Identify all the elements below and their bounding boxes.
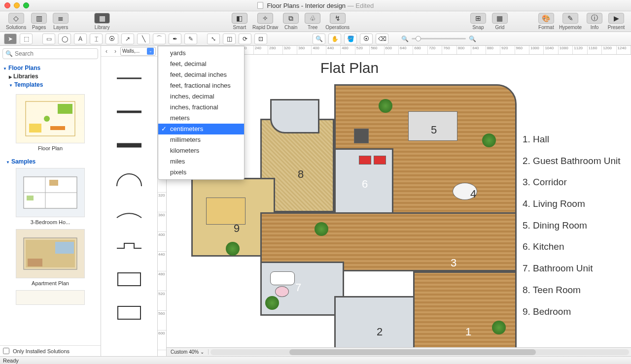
brush-tool[interactable]: ✎ bbox=[184, 33, 197, 44]
stencil-back-icon[interactable]: ‹ bbox=[103, 47, 110, 55]
units-option[interactable]: yards bbox=[158, 48, 244, 59]
shape-tool[interactable]: ◫ bbox=[223, 33, 236, 44]
search-input[interactable] bbox=[2, 48, 98, 59]
rotate-tool[interactable]: ⟳ bbox=[239, 33, 251, 44]
arc-tool[interactable]: ⌒ bbox=[153, 33, 166, 44]
status-bar: Ready bbox=[0, 356, 631, 364]
present-button[interactable]: ▶Present bbox=[605, 13, 627, 30]
eyedrop-tool[interactable]: ⦿ bbox=[360, 33, 373, 44]
info-button[interactable]: ⓘInfo bbox=[584, 13, 605, 30]
template-floorplan[interactable]: Floor Plan bbox=[3, 94, 98, 151]
line-tool[interactable]: ╲ bbox=[137, 33, 150, 44]
zoom-out-icon[interactable]: 🔍 bbox=[401, 35, 409, 42]
zoom-tool[interactable]: 🔍 bbox=[313, 33, 325, 44]
main-toolbar: ◇Solutions ▥Pages ≣Layers ▦Library ◧Smar… bbox=[0, 11, 631, 32]
search-icon: 🔍 bbox=[5, 50, 13, 57]
units-option[interactable]: centimeters bbox=[158, 124, 244, 134]
sample-apartment[interactable]: Apartment Plan bbox=[3, 229, 98, 286]
units-option[interactable]: meters bbox=[158, 113, 244, 124]
h-scrollbar[interactable] bbox=[210, 349, 629, 355]
doc-name: Floor Plans - Interior design bbox=[267, 2, 346, 9]
snap-button[interactable]: ⊞Snap bbox=[467, 13, 489, 30]
units-option[interactable]: millimeters bbox=[158, 134, 244, 145]
units-option[interactable]: feet, fractional inches bbox=[158, 80, 244, 91]
shape-arc-flat[interactable] bbox=[101, 196, 157, 229]
crop-tool[interactable]: ⊡ bbox=[254, 33, 267, 44]
rect-tool[interactable]: ▭ bbox=[42, 33, 55, 44]
stencil-fwd-icon[interactable]: › bbox=[111, 47, 119, 55]
sink-icon bbox=[275, 286, 289, 297]
text-tool[interactable]: A bbox=[74, 33, 87, 44]
stencil-category-combo[interactable]: Walls,... ⌄ bbox=[120, 47, 156, 56]
hypernote-button[interactable]: ✎Hypernote bbox=[557, 13, 584, 30]
legend-item: 5. Dining Room bbox=[523, 215, 627, 236]
grid-button[interactable]: ▦Grid bbox=[489, 13, 511, 30]
units-dropdown[interactable]: yardsfeet, decimalfeet, decimal inchesfe… bbox=[158, 46, 245, 180]
sample-caption: 3-Bedroom Ho... bbox=[3, 219, 98, 225]
layers-button[interactable]: ≣Layers bbox=[50, 13, 71, 30]
shape-wall[interactable] bbox=[101, 62, 157, 95]
chevron-down-icon: ⌄ bbox=[147, 48, 154, 55]
svg-rect-17 bbox=[118, 273, 140, 286]
window-titlebar: Floor Plans - Interior design — Edited bbox=[0, 0, 631, 11]
shape-wall-medium[interactable] bbox=[101, 95, 157, 129]
only-installed-checkbox[interactable] bbox=[3, 348, 9, 354]
fill-tool[interactable]: 🪣 bbox=[344, 33, 357, 44]
operations-button[interactable]: ↯Operations bbox=[323, 13, 351, 30]
library-button[interactable]: ▦Library bbox=[91, 13, 113, 30]
stool-icon bbox=[359, 156, 371, 165]
tree-libraries[interactable]: Libraries bbox=[9, 73, 98, 80]
solutions-button[interactable]: ◇Solutions bbox=[4, 13, 28, 30]
sample-3bedroom[interactable]: 3-Bedroom Ho... bbox=[3, 168, 98, 225]
search-box[interactable]: 🔍 bbox=[2, 48, 98, 59]
zoom-in-icon[interactable]: 🔍 bbox=[469, 35, 476, 42]
format-button[interactable]: 🎨Format bbox=[535, 13, 557, 30]
canvas-footer: Custom 40% ⌄ bbox=[167, 347, 631, 356]
shape-rect[interactable] bbox=[101, 263, 157, 296]
ellipse-tool[interactable]: ◯ bbox=[58, 33, 71, 44]
arrow-tool[interactable]: ↗ bbox=[121, 33, 134, 44]
smart-button[interactable]: ◧Smart bbox=[229, 13, 250, 30]
pages-button[interactable]: ▥Pages bbox=[28, 13, 50, 30]
tree-templates[interactable]: Templates bbox=[9, 81, 98, 88]
plant-icon bbox=[482, 133, 496, 147]
connector-tool[interactable]: ⤡ bbox=[207, 33, 220, 44]
sample-extra[interactable] bbox=[3, 290, 98, 305]
room-number: 4 bbox=[467, 188, 479, 200]
chair-icon bbox=[354, 129, 369, 143]
shape-wall-thick[interactable] bbox=[101, 129, 157, 162]
units-option[interactable]: kilometers bbox=[158, 145, 244, 156]
pen-tool[interactable]: ✒ bbox=[169, 33, 181, 44]
shape-step[interactable] bbox=[101, 229, 157, 263]
legend-item: 6. Kitchen bbox=[523, 236, 627, 258]
svg-rect-8 bbox=[49, 180, 58, 186]
minimize-icon[interactable] bbox=[14, 2, 20, 8]
units-option[interactable]: pixels bbox=[158, 167, 244, 178]
close-icon[interactable] bbox=[4, 2, 10, 8]
shape-rect2[interactable] bbox=[101, 296, 157, 330]
room-number: 5 bbox=[428, 124, 440, 136]
legend-item: 8. Teen Room bbox=[523, 279, 627, 301]
units-option[interactable]: miles bbox=[158, 156, 244, 167]
zoom-icon[interactable] bbox=[23, 2, 29, 8]
shape-arc-door[interactable] bbox=[101, 162, 157, 196]
units-option[interactable]: feet, decimal bbox=[158, 59, 244, 69]
pointer-tool[interactable]: ➤ bbox=[4, 33, 17, 44]
units-option[interactable]: feet, decimal inches bbox=[158, 69, 244, 80]
textbox-tool[interactable]: ⌶ bbox=[90, 33, 103, 44]
hand-tool[interactable]: ✋ bbox=[328, 33, 341, 44]
tree-floorplans[interactable]: Floor Plans bbox=[3, 65, 98, 71]
rapiddraw-button[interactable]: ✧Rapid Draw bbox=[250, 13, 280, 30]
tree-button[interactable]: ♧Tree bbox=[302, 13, 323, 30]
legend-item: 7. Bathroom Unit bbox=[523, 258, 627, 279]
tree-samples[interactable]: Samples bbox=[6, 158, 95, 165]
callout-tool[interactable]: ⦿ bbox=[105, 33, 118, 44]
units-option[interactable]: inches, decimal bbox=[158, 91, 244, 102]
tool-strip: ➤ ⬚ ▭ ◯ A ⌶ ⦿ ↗ ╲ ⌒ ✒ ✎ ⤡ ◫ ⟳ ⊡ 🔍 ✋ 🪣 ⦿ … bbox=[0, 32, 631, 46]
units-option[interactable]: inches, fractional bbox=[158, 102, 244, 113]
chain-button[interactable]: ⧉Chain bbox=[280, 13, 302, 30]
marquee-tool[interactable]: ⬚ bbox=[20, 33, 33, 44]
eraser-tool[interactable]: ⌫ bbox=[376, 33, 388, 44]
zoom-slider[interactable]: 🔍 🔍 bbox=[401, 35, 476, 42]
zoom-display[interactable]: Custom 40% ⌄ bbox=[167, 349, 209, 355]
